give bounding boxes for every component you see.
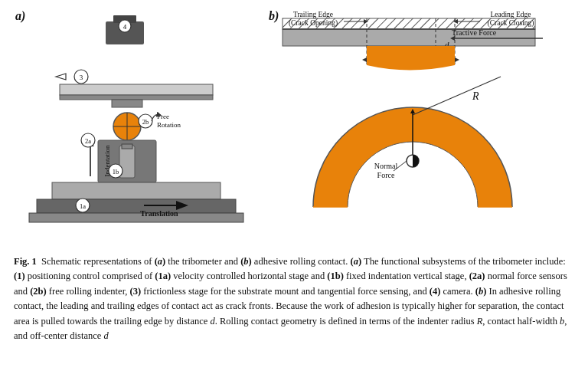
figures-row: a) 4 3 (14, 8, 574, 245)
page: a) 4 3 (0, 0, 588, 384)
leading-edge-label: Leading Edge (490, 11, 531, 18)
R-label: R (472, 90, 479, 102)
label-3-text: 3 (80, 74, 83, 81)
figure-a: a) 4 3 (14, 8, 251, 245)
fig-number: Fig. 1 (14, 256, 37, 267)
caption-main: Schematic representations of (a) the tri… (14, 256, 567, 341)
substrate-plate-bottom (60, 95, 213, 100)
screw-head (122, 144, 132, 149)
translation-label: Translation (140, 209, 178, 218)
R-arrow (413, 77, 501, 115)
fig-a-label: a) (15, 9, 25, 23)
arch-fill (367, 46, 455, 71)
leading-edge-sub: (Crack Closing) (488, 19, 534, 28)
base-body (37, 199, 236, 213)
pointer-3 (56, 74, 66, 80)
free-rotation-text: Free (157, 113, 169, 120)
label-1a-text: 1a (80, 202, 86, 210)
fig-b-label: b) (269, 9, 279, 23)
base-bottom (29, 213, 243, 222)
substrate-top-plate (283, 29, 535, 46)
wheel-holder (112, 100, 142, 107)
base-top (52, 182, 220, 199)
trailing-edge-label: Trailing Edge (293, 11, 333, 18)
free-rotation-text2: Rotation (157, 121, 181, 129)
substrate-plate (60, 84, 213, 95)
label-2b-text: 2b (142, 118, 149, 126)
trailing-edge-sub: (Crack Opening) (289, 19, 338, 28)
normal-force-label: Normal (374, 162, 398, 170)
figure-caption: Fig. 1 Schematic representations of (a) … (14, 254, 574, 343)
figure-b: b) (259, 8, 574, 245)
b-left-arrow (362, 57, 367, 62)
tractive-force-label: Tractive Force (452, 28, 497, 37)
label-2a-text: 2a (85, 137, 91, 145)
b-right-arrow2 (455, 57, 459, 62)
label-1b-text: 1b (113, 168, 119, 176)
normal-force-label2: Force (377, 171, 395, 179)
label-4-text: 4 (123, 23, 127, 31)
